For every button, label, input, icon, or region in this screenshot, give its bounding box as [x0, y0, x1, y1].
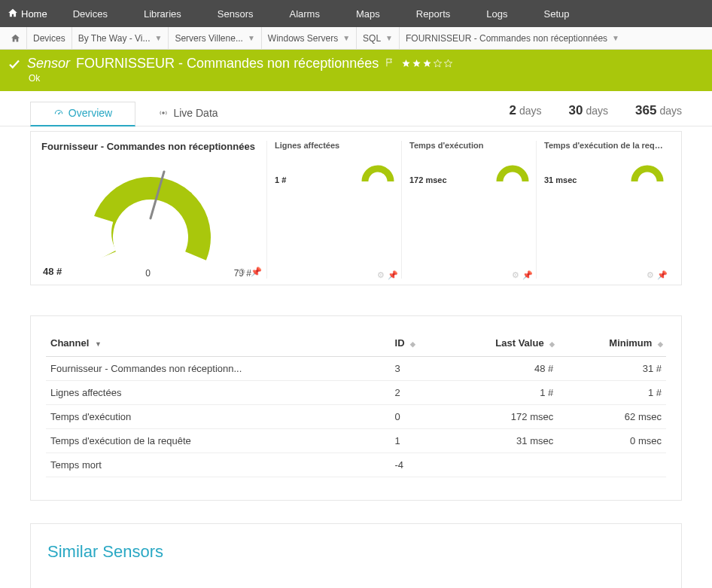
gauge-title: Temps d'exécution de la requ...: [544, 141, 665, 150]
col-label: Channel: [50, 337, 89, 349]
status-ok-icon: [8, 57, 21, 71]
range-30-days[interactable]: 30days: [569, 103, 609, 118]
table-row[interactable]: Temps d'exécution de la requête131 msec0…: [46, 429, 666, 453]
gauge-chart: [361, 157, 395, 184]
range-unit: days: [519, 105, 542, 117]
breadcrumb-label: FOURNISSEUR - Commandes non réceptionnée…: [406, 33, 607, 44]
cell-id: 1: [391, 429, 440, 453]
tab-overview[interactable]: Overview: [30, 102, 135, 126]
tab-live-data[interactable]: Live Data: [135, 102, 241, 125]
breadcrumb-home[interactable]: [5, 27, 26, 50]
breadcrumb-label: SQL: [363, 33, 381, 44]
similar-sensors-panel: Similar Sensors: [30, 523, 682, 588]
breadcrumb-label: Windows Servers: [268, 33, 338, 44]
tab-label: Overview: [68, 107, 112, 119]
cell-channel: Temps d'exécution de la requête: [46, 429, 391, 453]
gauge-chart: [495, 157, 530, 184]
tab-label: Live Data: [173, 107, 218, 119]
gauge-chart: [83, 158, 218, 271]
gauge-icon: [53, 108, 64, 118]
table-row[interactable]: Temps mort-4: [46, 453, 666, 477]
breadcrumb-servers[interactable]: Servers Villene... ▼: [168, 27, 260, 50]
pin-icon[interactable]: 📌: [388, 270, 398, 280]
nav-alarms[interactable]: Alarms: [272, 0, 338, 27]
gear-icon[interactable]: ⚙: [512, 270, 519, 280]
range-365-days[interactable]: 365days: [635, 103, 682, 118]
breadcrumb-windows[interactable]: Windows Servers ▼: [261, 27, 356, 50]
gauge-chart: [630, 157, 665, 184]
range-num: 365: [635, 103, 656, 117]
cell-channel: Temps mort: [46, 453, 391, 477]
cell-last-value: 172 msec: [440, 405, 558, 429]
priority-stars[interactable]: [401, 59, 453, 69]
nav-maps[interactable]: Maps: [338, 0, 398, 27]
breadcrumb-devices[interactable]: Devices: [26, 27, 72, 50]
gauge-value: 172 msec: [409, 175, 447, 184]
nav-devices[interactable]: Devices: [55, 0, 126, 27]
pin-icon[interactable]: 📌: [251, 267, 262, 277]
breadcrumb-label: Devices: [33, 33, 65, 44]
gear-icon[interactable]: ⚙: [377, 270, 385, 280]
range-unit: days: [659, 105, 682, 117]
pin-icon[interactable]: 📌: [522, 270, 533, 280]
nav-reports[interactable]: Reports: [398, 0, 469, 27]
chevron-down-icon: ▼: [342, 34, 350, 42]
col-label: ID: [395, 337, 405, 349]
breadcrumb-sensor[interactable]: FOURNISSEUR - Commandes non réceptionnée…: [399, 27, 625, 50]
col-id[interactable]: ID ◆: [391, 330, 440, 357]
cell-channel: Lignes affectées: [46, 381, 391, 405]
cell-last-value: 1 #: [440, 381, 558, 405]
gauge-mini-lignes[interactable]: Lignes affectées 1 # ⚙ 📌: [275, 141, 402, 279]
cell-minimum: 0 msec: [558, 429, 666, 453]
gear-icon[interactable]: ⚙: [647, 270, 654, 280]
range-2-days[interactable]: 2days: [510, 103, 542, 118]
col-last-value[interactable]: Last Value ◆: [440, 330, 558, 357]
col-minimum[interactable]: Minimum ◆: [558, 330, 666, 357]
gauge-value: 1 #: [275, 175, 286, 184]
range-unit: days: [586, 105, 608, 117]
cell-id: -4: [391, 453, 440, 477]
gauge-mini-exec[interactable]: Temps d'exécution 172 msec ⚙ 📌: [409, 141, 537, 279]
svg-point-2: [163, 111, 166, 114]
cell-id: 0: [391, 405, 440, 429]
cell-last-value: 31 msec: [440, 429, 558, 453]
nav-logs[interactable]: Logs: [468, 0, 525, 27]
nav-libraries[interactable]: Libraries: [126, 0, 199, 27]
sort-desc-icon: ▼: [95, 340, 102, 348]
table-row[interactable]: Fournisseur - Commandes non réceptionn..…: [46, 357, 666, 381]
cell-minimum: 1 #: [558, 381, 666, 405]
col-label: Minimum: [609, 337, 652, 349]
cell-minimum: 31 #: [558, 357, 666, 381]
cell-id: 2: [391, 381, 440, 405]
chevron-down-icon: ▼: [612, 34, 619, 42]
sort-icon: ◆: [410, 340, 414, 348]
nav-sensors[interactable]: Sensors: [199, 0, 272, 27]
gauges-panel: Fournisseur - Commandes non réceptionnée…: [30, 131, 682, 285]
nav-home-label: Home: [21, 8, 47, 20]
home-icon: [11, 33, 20, 43]
flag-icon[interactable]: [385, 56, 395, 72]
gauge-title: Fournisseur - Commandes non réceptionnée…: [41, 141, 259, 152]
sensor-header: Sensor FOURNISSEUR - Commandes non récep…: [0, 50, 712, 91]
gauge-mini-req[interactable]: Temps d'exécution de la requ... 31 msec …: [544, 141, 671, 279]
breadcrumb-label: By The Way - Vi...: [78, 33, 151, 44]
nav-setup[interactable]: Setup: [525, 0, 587, 27]
sensor-name: FOURNISSEUR - Commandes non réceptionnée…: [76, 56, 379, 72]
nav-home[interactable]: Home: [5, 8, 55, 20]
gauge-main[interactable]: Fournisseur - Commandes non réceptionnée…: [41, 141, 267, 279]
cell-id: 3: [391, 357, 440, 381]
chevron-down-icon: ▼: [385, 34, 393, 42]
live-icon: [158, 108, 169, 118]
table-row[interactable]: Lignes affectées21 #1 #: [46, 381, 666, 405]
col-channel[interactable]: Channel ▼: [46, 330, 391, 357]
cell-minimum: 62 msec: [558, 405, 666, 429]
breadcrumb-group[interactable]: By The Way - Vi... ▼: [72, 27, 169, 50]
gauge-title: Lignes affectées: [275, 141, 395, 150]
gear-icon[interactable]: ⚙: [238, 267, 246, 277]
gauge-min: 0: [145, 268, 151, 279]
cell-minimum: [558, 453, 666, 477]
sensor-prefix: Sensor: [27, 56, 70, 72]
breadcrumb-sql[interactable]: SQL ▼: [356, 27, 399, 50]
pin-icon[interactable]: 📌: [657, 270, 668, 280]
table-row[interactable]: Temps d'exécution0172 msec62 msec: [46, 405, 666, 429]
